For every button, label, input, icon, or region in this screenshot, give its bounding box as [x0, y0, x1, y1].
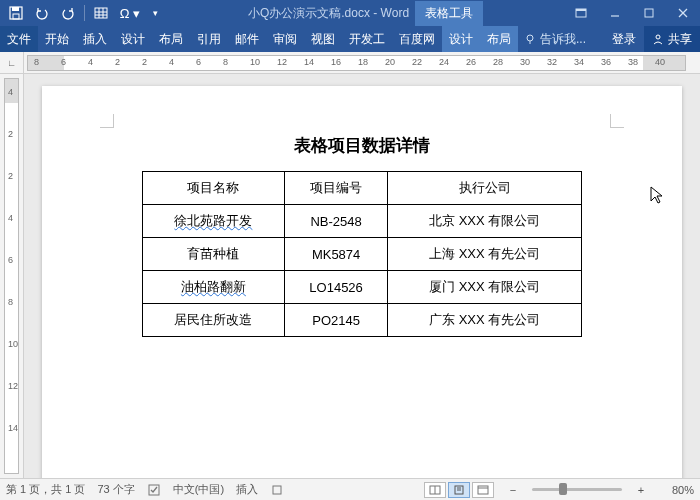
- status-page[interactable]: 第 1 页，共 1 页: [6, 482, 85, 497]
- redo-button[interactable]: [56, 2, 80, 24]
- tab-references[interactable]: 引用: [190, 26, 228, 52]
- table-row[interactable]: 居民住所改造PO2145广东 XXX 有先公司: [143, 304, 582, 337]
- tab-table-layout[interactable]: 布局: [480, 26, 518, 52]
- share-icon: [652, 33, 664, 45]
- ruler-tick: 8: [223, 57, 228, 67]
- margin-corner-tl: [100, 114, 114, 128]
- minimize-button[interactable]: [598, 0, 632, 26]
- svg-rect-3: [95, 8, 107, 18]
- qat-customize-button[interactable]: ▾: [147, 2, 163, 24]
- margin-corner-tr: [610, 114, 624, 128]
- window-controls: [564, 0, 700, 26]
- ruler-tick: 4: [169, 57, 174, 67]
- share-label: 共享: [668, 31, 692, 48]
- view-read-mode[interactable]: [424, 482, 446, 498]
- table-cell-company[interactable]: 厦门 XXX 有限公司: [388, 271, 582, 304]
- status-language[interactable]: 中文(中国): [173, 482, 224, 497]
- ruler-tick: 28: [493, 57, 503, 67]
- ruler-tick: 16: [331, 57, 341, 67]
- zoom-in-button[interactable]: +: [634, 484, 648, 496]
- table-header-cell[interactable]: 项目编号: [284, 172, 388, 205]
- symbol-button[interactable]: Ω ▾: [115, 2, 145, 24]
- table-row[interactable]: 油柏路翻新LO14526厦门 XXX 有限公司: [143, 271, 582, 304]
- tab-mailings[interactable]: 邮件: [228, 26, 266, 52]
- ruler-tick: 22: [412, 57, 422, 67]
- view-print-layout[interactable]: [448, 482, 470, 498]
- ruler-tick: 36: [601, 57, 611, 67]
- table-row[interactable]: 徐北苑路开发NB-2548北京 XXX 有限公司: [143, 205, 582, 238]
- horizontal-ruler[interactable]: 8642246810121416182022242628303234363840: [27, 55, 686, 71]
- ruler-tick: 24: [439, 57, 449, 67]
- table-cell-name[interactable]: 油柏路翻新: [143, 271, 285, 304]
- vruler-tick: 2: [8, 129, 13, 139]
- zoom-slider[interactable]: [532, 488, 622, 491]
- table-cell-name[interactable]: 育苗种植: [143, 238, 285, 271]
- table-cell-company[interactable]: 上海 XXX 有先公司: [388, 238, 582, 271]
- vruler-tick: 14: [8, 423, 18, 433]
- table-cell-name[interactable]: 居民住所改造: [143, 304, 285, 337]
- tab-table-design[interactable]: 设计: [442, 26, 480, 52]
- document-scroll-area[interactable]: 表格项目数据详情 项目名称 项目编号 执行公司 徐北苑路开发NB-2548北京 …: [24, 74, 700, 478]
- table-row[interactable]: 育苗种植MK5874上海 XXX 有先公司: [143, 238, 582, 271]
- document-heading[interactable]: 表格项目数据详情: [112, 134, 612, 157]
- document-page[interactable]: 表格项目数据详情 项目名称 项目编号 执行公司 徐北苑路开发NB-2548北京 …: [42, 86, 682, 478]
- vertical-ruler[interactable]: 422468101214: [0, 74, 24, 478]
- ruler-tick: 4: [88, 57, 93, 67]
- ruler-tick: 38: [628, 57, 638, 67]
- table-cell-company[interactable]: 广东 XXX 有先公司: [388, 304, 582, 337]
- table-cell-company[interactable]: 北京 XXX 有限公司: [388, 205, 582, 238]
- status-insert-mode[interactable]: 插入: [236, 482, 258, 497]
- ruler-tick: 10: [250, 57, 260, 67]
- table-cell-code[interactable]: PO2145: [284, 304, 388, 337]
- zoom-level[interactable]: 80%: [660, 484, 694, 496]
- ruler-tick: 6: [196, 57, 201, 67]
- ribbon-tabs: 文件 开始 插入 设计 布局 引用 邮件 审阅 视图 开发工 百度网 设计 布局…: [0, 26, 700, 52]
- status-proofing-icon[interactable]: [147, 483, 161, 497]
- ruler-tick: 30: [520, 57, 530, 67]
- tab-file[interactable]: 文件: [0, 26, 38, 52]
- save-button[interactable]: [4, 2, 28, 24]
- table-header-row[interactable]: 项目名称 项目编号 执行公司: [143, 172, 582, 205]
- ribbon-display-button[interactable]: [564, 0, 598, 26]
- tab-view[interactable]: 视图: [304, 26, 342, 52]
- table-quick-button[interactable]: [89, 2, 113, 24]
- share-button[interactable]: 共享: [644, 26, 700, 52]
- undo-button[interactable]: [30, 2, 54, 24]
- tab-layout[interactable]: 布局: [152, 26, 190, 52]
- status-word-count[interactable]: 73 个字: [97, 482, 134, 497]
- table-cell-code[interactable]: MK5874: [284, 238, 388, 271]
- login-button[interactable]: 登录: [604, 26, 644, 52]
- workspace: 422468101214 表格项目数据详情 项目名称 项目编号 执行公司 徐北苑…: [0, 74, 700, 478]
- horizontal-ruler-area: ∟ 86422468101214161820222426283032343638…: [0, 52, 700, 74]
- table-cell-code[interactable]: NB-2548: [284, 205, 388, 238]
- zoom-slider-thumb[interactable]: [559, 483, 567, 495]
- data-table[interactable]: 项目名称 项目编号 执行公司 徐北苑路开发NB-2548北京 XXX 有限公司育…: [142, 171, 582, 337]
- table-header-cell[interactable]: 项目名称: [143, 172, 285, 205]
- svg-rect-18: [273, 486, 281, 494]
- ruler-corner[interactable]: ∟: [0, 52, 24, 73]
- vruler-tick: 6: [8, 255, 13, 265]
- status-macro-icon[interactable]: [270, 483, 284, 497]
- tab-insert[interactable]: 插入: [76, 26, 114, 52]
- zoom-out-button[interactable]: −: [506, 484, 520, 496]
- svg-rect-11: [645, 9, 653, 17]
- table-header-cell[interactable]: 执行公司: [388, 172, 582, 205]
- close-button[interactable]: [666, 0, 700, 26]
- svg-rect-24: [478, 486, 488, 494]
- maximize-button[interactable]: [632, 0, 666, 26]
- title-bar: Ω ▾ ▾ 小Q办公演示文稿.docx - Word 表格工具: [0, 0, 700, 26]
- table-cell-name[interactable]: 徐北苑路开发: [143, 205, 285, 238]
- view-web-layout[interactable]: [472, 482, 494, 498]
- tab-home[interactable]: 开始: [38, 26, 76, 52]
- table-cell-code[interactable]: LO14526: [284, 271, 388, 304]
- tab-design[interactable]: 设计: [114, 26, 152, 52]
- ruler-tick: 18: [358, 57, 368, 67]
- tell-me-search[interactable]: 告诉我...: [518, 26, 604, 52]
- tab-developer[interactable]: 开发工: [342, 26, 392, 52]
- lightbulb-icon: [524, 33, 536, 45]
- tab-review[interactable]: 审阅: [266, 26, 304, 52]
- svg-rect-1: [12, 7, 19, 11]
- document-filename: 小Q办公演示文稿.docx - Word: [248, 5, 409, 22]
- tab-baidu[interactable]: 百度网: [392, 26, 442, 52]
- ruler-tick: 14: [304, 57, 314, 67]
